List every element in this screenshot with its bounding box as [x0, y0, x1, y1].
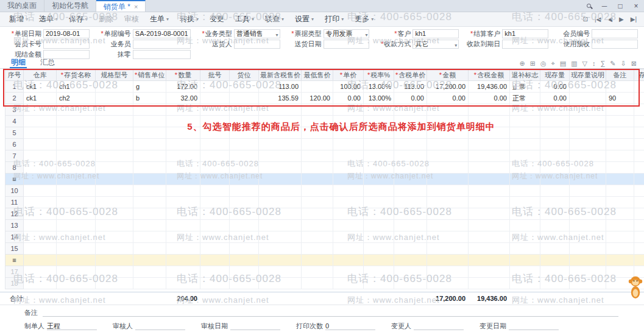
cell[interactable]: b — [133, 93, 166, 104]
cell[interactable] — [200, 208, 230, 220]
cell[interactable] — [427, 220, 469, 231]
cell[interactable] — [133, 174, 166, 185]
cell[interactable] — [570, 162, 606, 174]
cell[interactable] — [230, 255, 259, 266]
cell[interactable] — [606, 220, 634, 231]
cell[interactable] — [166, 255, 200, 266]
cell[interactable] — [540, 266, 570, 278]
cell[interactable] — [166, 116, 200, 127]
cell[interactable] — [394, 104, 427, 116]
cell[interactable] — [259, 104, 302, 116]
cell[interactable] — [427, 162, 469, 174]
cell[interactable] — [634, 255, 644, 266]
column-header[interactable]: *税率% — [364, 69, 394, 81]
column-header[interactable]: 最新含税售价 — [259, 69, 302, 81]
cell[interactable] — [634, 116, 644, 127]
cell[interactable] — [394, 185, 427, 197]
cell[interactable] — [57, 266, 96, 278]
cell[interactable]: 100.00 — [333, 81, 364, 93]
cell[interactable] — [540, 174, 570, 185]
cell[interactable] — [200, 197, 230, 208]
table-row[interactable]: ≡ — [5, 174, 644, 185]
cell[interactable] — [570, 243, 606, 255]
field-input[interactable] — [133, 50, 191, 59]
cell[interactable] — [469, 139, 510, 150]
cell[interactable] — [469, 278, 510, 289]
cell[interactable] — [200, 278, 230, 289]
toolbar-button[interactable]: 打印▾ — [319, 12, 349, 26]
column-header[interactable]: *销售单位 — [133, 69, 166, 81]
last-record-icon[interactable]: ▶| — [631, 16, 637, 23]
cell[interactable] — [259, 162, 302, 174]
cell[interactable] — [24, 278, 57, 289]
cell[interactable]: ck1 — [24, 81, 57, 93]
cell[interactable] — [540, 185, 570, 197]
cell[interactable] — [133, 162, 166, 174]
cell[interactable] — [96, 139, 133, 150]
cell[interactable] — [24, 185, 57, 197]
toolbar-button[interactable]: 保存▾ — [63, 12, 93, 26]
cell[interactable] — [96, 197, 133, 208]
cell[interactable] — [230, 185, 259, 197]
column-header[interactable]: 序号 — [5, 69, 24, 81]
cell[interactable] — [96, 266, 133, 278]
cell[interactable] — [469, 197, 510, 208]
import-icon[interactable]: ⇩ — [621, 58, 626, 68]
cell[interactable]: 0.00 — [469, 93, 510, 104]
cell[interactable] — [634, 208, 644, 220]
table-row[interactable]: ≡ — [5, 255, 644, 266]
cell[interactable] — [200, 243, 230, 255]
cell[interactable] — [364, 104, 394, 116]
field-input[interactable]: 专用发票▾ — [324, 29, 370, 38]
cell[interactable] — [57, 104, 96, 116]
toolbar-button[interactable]: 工具▾ — [230, 12, 260, 26]
footer-field-value[interactable] — [414, 322, 464, 330]
remark-input[interactable] — [43, 309, 618, 317]
cell[interactable] — [302, 81, 333, 93]
cell[interactable] — [166, 243, 200, 255]
cell[interactable] — [133, 185, 166, 197]
window-tab[interactable]: 销货单 *× — [96, 0, 146, 12]
cell[interactable] — [394, 139, 427, 150]
cell[interactable] — [96, 93, 133, 104]
cell[interactable] — [133, 104, 166, 116]
filter-icon[interactable]: ▽ — [582, 58, 587, 68]
cell[interactable] — [394, 220, 427, 231]
cell[interactable] — [570, 104, 606, 116]
cell[interactable] — [510, 139, 540, 150]
cell[interactable] — [200, 104, 230, 116]
table-row[interactable]: 12 — [5, 208, 644, 220]
table-row[interactable]: 10 — [5, 185, 644, 197]
cell[interactable] — [634, 174, 644, 185]
cell[interactable] — [570, 278, 606, 289]
cell[interactable] — [302, 185, 333, 197]
cell[interactable] — [394, 208, 427, 220]
cell[interactable] — [96, 116, 133, 127]
cell[interactable] — [57, 139, 96, 150]
cell[interactable] — [364, 255, 394, 266]
locate-icon[interactable]: ◎ — [540, 58, 547, 68]
cell[interactable] — [427, 266, 469, 278]
cell[interactable] — [24, 139, 57, 150]
cell[interactable] — [606, 197, 634, 208]
toolbar-button[interactable]: 更多▾ — [349, 12, 379, 26]
cell[interactable] — [230, 208, 259, 220]
cell[interactable] — [259, 127, 302, 139]
cell[interactable] — [166, 278, 200, 289]
toolbar-button[interactable]: 设置▾ — [289, 12, 319, 26]
cell[interactable]: ch2 — [57, 93, 96, 104]
cell[interactable] — [166, 197, 200, 208]
cell[interactable] — [469, 127, 510, 139]
cell[interactable] — [570, 255, 606, 266]
cell[interactable] — [570, 81, 606, 93]
cell[interactable] — [394, 231, 427, 243]
cell[interactable] — [427, 255, 469, 266]
cell[interactable] — [510, 127, 540, 139]
first-record-icon[interactable]: |◀ — [595, 16, 601, 23]
cell[interactable] — [427, 116, 469, 127]
cell[interactable] — [394, 116, 427, 127]
cell[interactable] — [606, 116, 634, 127]
cell[interactable] — [427, 174, 469, 185]
cell[interactable] — [510, 116, 540, 127]
cell[interactable] — [230, 116, 259, 127]
